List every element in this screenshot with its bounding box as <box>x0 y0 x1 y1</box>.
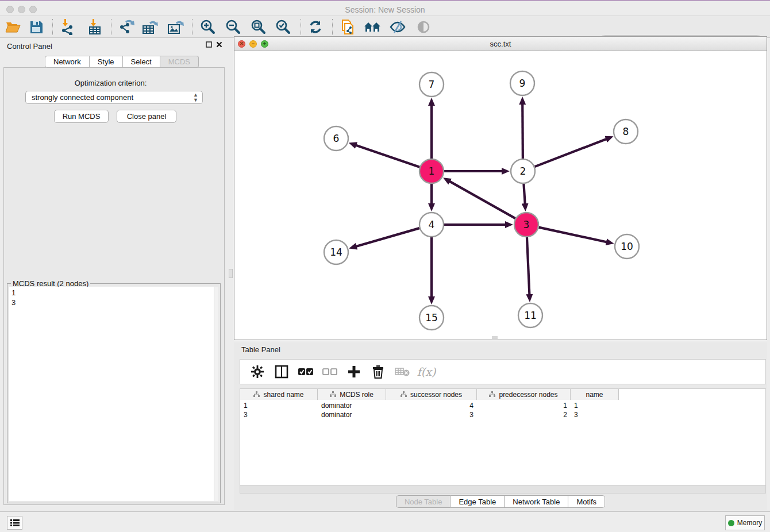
table-cell: 3 <box>240 410 318 419</box>
graph-node-1[interactable]: 1 <box>419 159 444 183</box>
graph-node-6[interactable]: 6 <box>324 126 348 151</box>
split-columns-icon[interactable] <box>274 364 290 380</box>
graph-node-2[interactable]: 2 <box>511 159 535 183</box>
graph-node-15[interactable]: 15 <box>419 306 444 330</box>
home-icon[interactable] <box>363 18 382 36</box>
toolbar-separator <box>192 19 192 35</box>
svg-text:3: 3 <box>523 219 530 230</box>
memory-label: Memory <box>737 519 762 527</box>
graph-edge-3-1[interactable] <box>449 181 515 219</box>
network-graph[interactable]: 7968124314101511 <box>234 51 767 340</box>
column-sort-icon <box>489 391 495 398</box>
zoom-selected-icon[interactable] <box>274 18 293 36</box>
control-panel-window-buttons <box>206 41 222 48</box>
tab-motifs[interactable]: Motifs <box>568 495 605 508</box>
memory-button[interactable]: Memory <box>725 515 765 530</box>
node-table[interactable]: shared nameMCDS rolesuccessor nodesprede… <box>240 388 766 485</box>
criterion-select[interactable]: strongly connected component ▲▼ <box>25 91 203 104</box>
export-table-icon[interactable] <box>140 18 160 36</box>
table-cell: dominator <box>318 410 386 419</box>
table-bottom-scrollbar[interactable] <box>240 485 766 494</box>
table-toolbar: f(x) <box>240 359 766 384</box>
open-session-icon[interactable] <box>3 18 23 36</box>
table-header-row: shared nameMCDS rolesuccessor nodesprede… <box>240 389 619 400</box>
select-all-icon[interactable] <box>298 364 314 380</box>
import-network-icon[interactable] <box>58 18 78 36</box>
result-scrollbar[interactable] <box>214 287 218 501</box>
eye-icon[interactable] <box>414 18 433 36</box>
graph-node-7[interactable]: 7 <box>419 72 444 97</box>
tab-network-table[interactable]: Network Table <box>505 495 568 508</box>
column-header-MCDS-role[interactable]: MCDS role <box>318 389 386 400</box>
export-image-icon[interactable] <box>165 18 185 36</box>
svg-text:4: 4 <box>429 219 435 230</box>
column-header-successor-nodes[interactable]: successor nodes <box>386 389 477 400</box>
optimization-criterion-label: Optimization criterion: <box>0 79 221 87</box>
svg-text:11: 11 <box>524 310 537 321</box>
function-builder-icon: f(x) <box>418 364 434 380</box>
save-session-icon[interactable] <box>26 18 46 36</box>
graph-edge-2-3[interactable] <box>523 184 525 205</box>
delete-column-icon[interactable] <box>370 364 386 380</box>
svg-text:9: 9 <box>519 78 526 89</box>
graph-node-11[interactable]: 11 <box>518 303 542 327</box>
tab-mcds[interactable]: MCDS <box>160 56 199 68</box>
mcds-result-text[interactable]: 1 3 <box>9 287 214 501</box>
column-header-name[interactable]: name <box>571 389 619 400</box>
close-panel-icon[interactable] <box>216 41 222 48</box>
float-panel-icon[interactable] <box>206 41 212 48</box>
settings-gear-icon[interactable] <box>249 364 265 380</box>
table-cell: 1 <box>571 401 619 410</box>
table-panel: Table Panel f(x) shared nameMCDS rolesuc… <box>234 342 767 510</box>
graph-edge-1-6[interactable] <box>355 145 419 167</box>
table-row[interactable]: 3dominator323 <box>240 410 619 419</box>
graph-edge-3-10[interactable] <box>538 228 607 242</box>
tab-style[interactable]: Style <box>90 56 123 68</box>
graph-edge-3-11[interactable] <box>527 237 530 296</box>
toolbar-separator <box>52 19 53 35</box>
network-hscroll-thumb[interactable] <box>492 336 498 339</box>
clone-network-icon[interactable] <box>338 18 357 36</box>
task-history-button[interactable] <box>7 516 22 530</box>
select-stepper-icon: ▲▼ <box>193 92 198 103</box>
refresh-icon[interactable] <box>306 18 325 36</box>
column-sort-icon <box>401 391 407 398</box>
table-row[interactable]: 1dominator411 <box>240 401 619 410</box>
graph-edge-2-9[interactable] <box>522 103 523 159</box>
import-table-icon[interactable] <box>85 18 105 36</box>
divider-grip[interactable] <box>229 269 233 278</box>
toolbar-separator <box>301 19 301 35</box>
toolbar-separator <box>111 19 111 35</box>
table-tabs: Node TableEdge TableNetwork TableMotifs <box>234 495 767 508</box>
graph-edge-4-14[interactable] <box>355 228 419 246</box>
graph-node-8[interactable]: 8 <box>614 119 638 144</box>
column-header-shared-name[interactable]: shared name <box>240 389 318 400</box>
eye-slash-icon[interactable] <box>388 18 407 36</box>
network-titlebar[interactable]: ✕ − + scc.txt <box>234 37 767 51</box>
tab-node-table[interactable]: Node Table <box>396 495 451 508</box>
graph-node-10[interactable]: 10 <box>615 234 639 259</box>
deselect-all-icon[interactable] <box>322 364 338 380</box>
add-column-icon[interactable] <box>346 364 362 380</box>
zoom-out-icon[interactable] <box>224 18 243 36</box>
svg-text:1: 1 <box>429 165 435 177</box>
table-cell: 4 <box>386 401 477 410</box>
graph-edge-2-8[interactable] <box>535 138 608 167</box>
graph-node-9[interactable]: 9 <box>510 71 534 95</box>
export-network-icon[interactable] <box>117 18 136 36</box>
network-title: scc.txt <box>234 40 767 48</box>
tab-edge-table[interactable]: Edge Table <box>451 495 505 508</box>
zoom-in-icon[interactable] <box>198 18 218 36</box>
column-header-predecessor-nodes[interactable]: predecessor nodes <box>477 389 571 400</box>
tab-select[interactable]: Select <box>123 56 160 68</box>
graph-node-14[interactable]: 14 <box>324 240 348 264</box>
table-cell: 2 <box>477 410 571 419</box>
graph-node-4[interactable]: 4 <box>419 213 444 237</box>
graph-node-3[interactable]: 3 <box>514 213 538 237</box>
window-titlebar: Session: New Session <box>0 0 770 16</box>
tab-network[interactable]: Network <box>45 56 90 68</box>
table-cell: 3 <box>571 410 619 419</box>
run-mcds-button[interactable]: Run MCDS <box>54 110 109 123</box>
zoom-fit-icon[interactable] <box>249 18 268 36</box>
close-panel-button[interactable]: Close panel <box>117 110 176 123</box>
